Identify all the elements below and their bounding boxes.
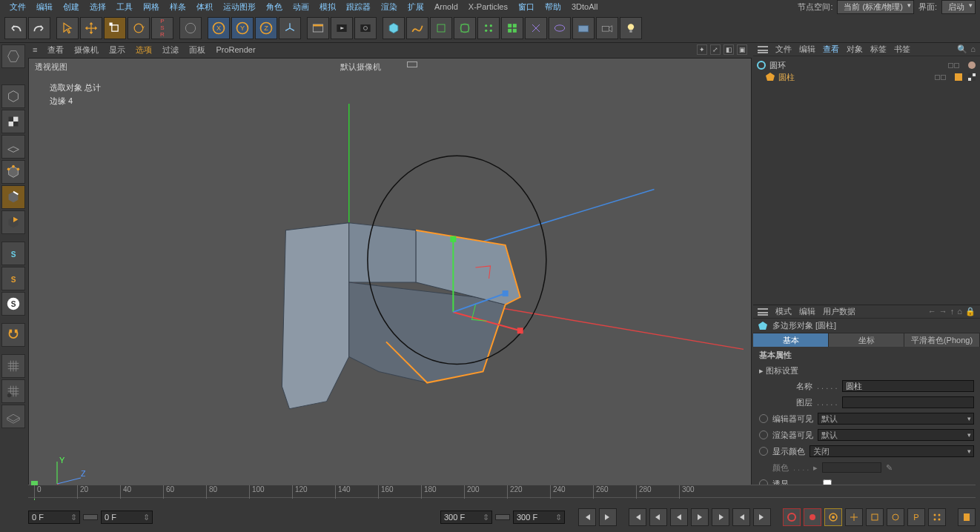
range-slider-end[interactable]	[495, 514, 510, 520]
timeline[interactable]: 0204060801001201401601802002202402602803…	[28, 485, 976, 504]
add-scene[interactable]	[572, 17, 595, 39]
menu-arnold[interactable]: Arnold	[429, 2, 463, 11]
editor-visibility-select[interactable]: 默认	[818, 413, 974, 425]
play-back-button[interactable]	[670, 508, 688, 526]
polygon-mode[interactable]	[1, 210, 25, 234]
viewport-solo[interactable]	[179, 17, 202, 39]
grid-3[interactable]	[1, 405, 25, 428]
menu-character[interactable]: 角色	[261, 1, 288, 13]
z-axis-lock[interactable]: Z	[255, 17, 277, 39]
om-tab-view[interactable]: 查看	[823, 44, 839, 55]
nav-up-icon[interactable]: ↑	[950, 307, 955, 316]
goto-start-button[interactable]	[578, 508, 596, 526]
phong-tag-icon[interactable]	[953, 72, 964, 82]
add-generator[interactable]	[430, 17, 452, 39]
radio-editor[interactable]	[759, 414, 768, 423]
color-picker-icon[interactable]: ✎	[886, 463, 893, 473]
vp-panel[interactable]: 面板	[189, 44, 205, 56]
menu-tools[interactable]: 工具	[111, 1, 138, 13]
timeline-ruler[interactable]: 0204060801001201401601802002202402602803…	[28, 485, 976, 498]
om-tab-file[interactable]: 文件	[775, 44, 792, 55]
record-button[interactable]	[783, 508, 801, 526]
radio-render[interactable]	[759, 430, 768, 439]
vp-filter[interactable]: 过滤	[162, 44, 179, 56]
menu-help[interactable]: 帮助	[540, 1, 566, 13]
goto-end2-button[interactable]	[753, 508, 771, 526]
tab-phong[interactable]: 平滑着色(Phong)	[904, 333, 980, 347]
nav-back-icon[interactable]: ←	[928, 307, 936, 316]
y-axis-lock[interactable]: Y	[231, 17, 254, 39]
om-tab-object[interactable]: 对象	[847, 44, 863, 55]
menu-file[interactable]: 文件	[4, 1, 31, 13]
add-camera[interactable]	[596, 17, 618, 39]
menu-3dtoall[interactable]: 3DtoAll	[566, 2, 603, 11]
autokey-button[interactable]	[804, 508, 821, 526]
home-icon[interactable]: ⌂	[970, 44, 976, 54]
edge-mode[interactable]	[1, 185, 25, 209]
add-instance[interactable]	[501, 17, 523, 39]
rotate-tool[interactable]	[128, 17, 150, 39]
next-frame-button[interactable]	[712, 508, 729, 526]
add-subdiv[interactable]	[454, 17, 476, 39]
x-axis-lock[interactable]: X	[208, 17, 230, 39]
object-tree[interactable]: 圆环 圆柱	[753, 56, 980, 305]
key-rot-button[interactable]	[887, 508, 904, 526]
name-input[interactable]	[842, 380, 974, 392]
add-deformer[interactable]	[549, 17, 571, 39]
key-scale-button[interactable]	[866, 508, 884, 526]
select-tool[interactable]	[56, 17, 79, 39]
marker-button[interactable]	[958, 508, 976, 526]
layer-field[interactable]	[842, 396, 974, 408]
vp-move-icon[interactable]: ⤢	[710, 44, 721, 55]
nav-fwd-icon[interactable]: →	[939, 307, 947, 316]
menu-animate[interactable]: 动画	[288, 1, 314, 13]
redo-button[interactable]	[28, 17, 50, 39]
menu-mograph[interactable]: 运动图形	[218, 1, 261, 13]
add-field[interactable]	[525, 17, 547, 39]
workplane-mode[interactable]	[1, 135, 25, 159]
range-start-field[interactable]: 0 F	[28, 511, 80, 524]
vp-display[interactable]: 显示	[109, 44, 125, 56]
menu-mesh[interactable]: 网格	[138, 1, 165, 13]
menu-xparticles[interactable]: X-Particles	[463, 2, 513, 11]
key-pla-button[interactable]	[928, 508, 946, 526]
vp-nav-icon[interactable]: ✦	[697, 44, 707, 55]
render-pv[interactable]	[354, 17, 377, 39]
search-icon[interactable]: 🔍	[957, 44, 967, 54]
visibility-dots[interactable]	[935, 75, 946, 80]
home-icon[interactable]: ⌂	[957, 307, 962, 316]
next-key-button[interactable]	[732, 508, 750, 526]
prev-key-button[interactable]	[629, 508, 646, 526]
psr-tool[interactable]: PSR	[151, 17, 173, 39]
make-editable[interactable]	[1, 44, 25, 68]
undo-button[interactable]	[4, 17, 27, 39]
om-tab-edit[interactable]: 编辑	[799, 44, 815, 55]
menu-spline[interactable]: 样条	[165, 1, 191, 13]
vp-max-icon[interactable]: ▣	[737, 44, 747, 55]
range-slider[interactable]	[83, 514, 98, 520]
menu-render[interactable]: 渲染	[376, 1, 403, 13]
snap-toggle[interactable]: S	[1, 242, 25, 265]
attr-tab-userdata[interactable]: 用户数据	[823, 306, 855, 317]
model-mode[interactable]	[1, 84, 25, 108]
workplane-tool[interactable]	[1, 323, 25, 347]
display-color-select[interactable]: 关闭	[810, 445, 974, 457]
attr-tab-edit[interactable]: 编辑	[799, 306, 815, 317]
node-space-select[interactable]: 当前 (标准/物理)	[837, 0, 913, 14]
lock-icon[interactable]: 🔒	[965, 307, 976, 316]
menu-volume[interactable]: 体积	[191, 1, 218, 13]
om-tab-tags[interactable]: 标签	[870, 44, 887, 55]
radio-dispcolor[interactable]	[759, 447, 768, 456]
tab-basic[interactable]: 基本	[753, 333, 829, 347]
range-a-field[interactable]: 0 F	[101, 511, 153, 524]
phong-tag-icon[interactable]	[967, 60, 977, 70]
key-param-button[interactable]: P	[907, 508, 925, 526]
move-tool[interactable]	[80, 17, 102, 39]
menu-select[interactable]: 选择	[85, 1, 111, 13]
menu-create[interactable]: 创建	[58, 1, 85, 13]
tree-row-cylinder[interactable]: 圆柱	[756, 71, 977, 83]
om-tab-bookmark[interactable]: 书签	[894, 44, 910, 55]
add-cube[interactable]	[383, 17, 405, 39]
burger-icon[interactable]	[758, 308, 768, 316]
add-light[interactable]	[620, 17, 642, 39]
